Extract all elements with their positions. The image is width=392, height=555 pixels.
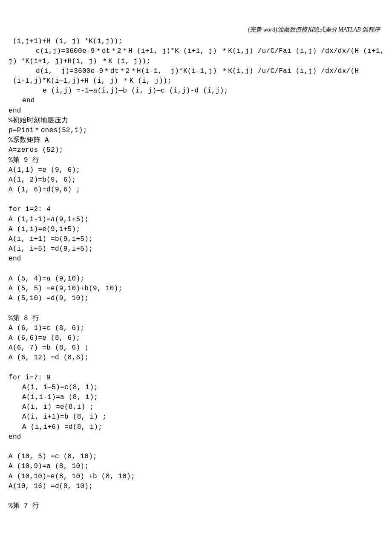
code-line: A (6, 1)=c (8, 6); [9,324,383,333]
code-line: (i,j+1)+H (i, j) *K(i,j)); [9,37,383,46]
code-line: A(i, i—5)=c(8, i); [9,383,383,393]
code-line: A (10,9)=a (8, 10); [9,462,383,471]
code-line: A (5,10) =d(9, 10); [9,294,383,304]
code-line: A(i, i) =e(8,i) ; [9,402,383,412]
code-line: for i=7: 9 [9,373,383,383]
code-line: A (5, 4)=a (9,10); [9,274,383,284]
blank-line [9,363,383,373]
code-line: A=zeros (52); [9,145,383,155]
code-line: e (i,j) =-1—a(i,j)—b (i, j)—c (i,j)-d (i… [9,86,383,96]
blank-line [9,264,383,274]
code-line: A(i, i+5) =d(9,i+5); [9,244,383,254]
code-line: A (i,i-1)=a(9,i+5); [9,215,383,225]
code-line: c(i,j)=3600e-9＊dt＊2＊H (i+1, j)*K (i+1, j… [9,46,383,56]
code-line: A (6, 12) =d (8,6); [9,353,383,363]
code-line: A (10, 5) =c (8, 10); [9,452,383,462]
code-line: A (5, 5) =e(9,10)+b(9, 10); [9,284,383,294]
page-header: (完整 word)油藏数值模拟隐式差分 MATLAB 源程序 [9,26,383,34]
blank-line [9,304,383,313]
code-line: %第 8 行 [9,314,383,324]
blank-line [9,195,383,205]
blank-line [9,491,383,501]
blank-line [9,442,383,452]
code-line: j) *K(i+1, j)+H(i, j) ＊K (i, j)); [9,57,383,66]
code-line: (i-1,j)*K(i—1,j)+H (i, j) ＊K (i, j)); [9,76,383,86]
code-line: end [9,432,383,442]
code-line: end [9,254,383,264]
code-line: A (i,i+6) =d(8, i); [9,422,383,432]
code-line: A(i, i+1) =b(9,i+5); [9,234,383,244]
code-line: end [9,96,383,106]
code-line: %第 9 行 [9,156,383,165]
code-line: d(i, j)=3600e—9＊dt＊2＊H(i-1, j)*K(i—1,j) … [9,66,383,76]
code-line: A (10,10)=e(8, 10) +b (8, 10); [9,472,383,482]
code-line: A (1, 6)=d(9,6) ; [9,185,383,195]
code-line: %初始时刻地层压力 [9,116,383,126]
code-line: %第 7 行 [9,501,383,511]
code-line: A(i, i+1)=b (8, i) ; [9,412,383,422]
code-line: A (i,i)=e(9,i+5); [9,225,383,234]
code-line: A(10, 16) =d(8, 10); [9,482,383,491]
code-line: p=Pini＊ones(52,1); [9,126,383,136]
code-line: A(1, 2)=b(9, 6); [9,175,383,185]
code-line: A(1,1) =e (9, 6); [9,165,383,175]
code-line: A(6, 7) =b (8, 6) ; [9,343,383,353]
code-line: A(i,i-1)=a (8, i); [9,393,383,402]
code-block: (i,j+1)+H (i, j) *K(i,j));c(i,j)=3600e-9… [9,37,383,511]
code-line: for i=2: 4 [9,205,383,214]
code-line: A (6,6)=e (8, 6); [9,333,383,343]
code-line: end [9,106,383,116]
code-line: %系数矩阵 A [9,136,383,145]
document-page: (完整 word)油藏数值模拟隐式差分 MATLAB 源程序 (i,j+1)+H… [0,0,392,528]
